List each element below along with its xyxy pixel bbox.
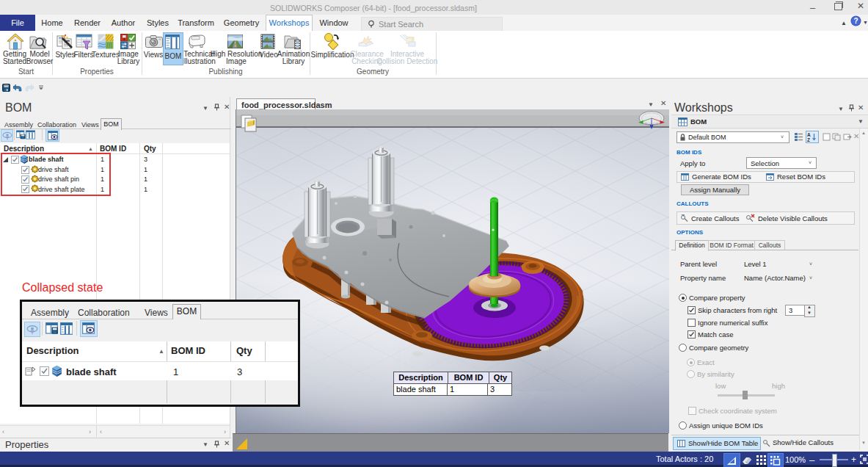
svg-text:Z: Z (807, 137, 810, 142)
svg-text:?: ? (853, 17, 858, 25)
